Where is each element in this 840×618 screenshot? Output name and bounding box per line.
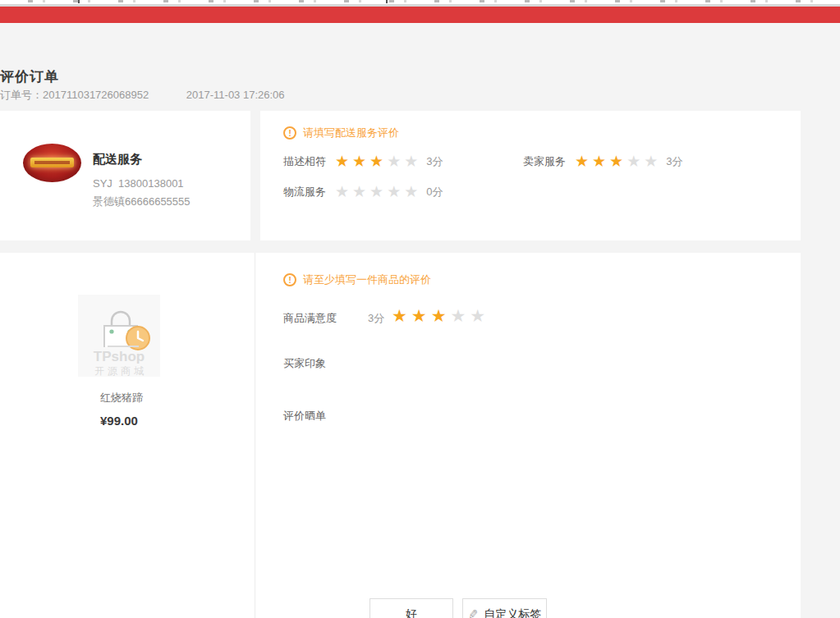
courier-contact: SYJ 13800138001: [93, 177, 184, 190]
courier-address: 景德镇66666655555: [93, 195, 190, 209]
satisfaction-score: 3分: [368, 311, 384, 326]
avatar-decoration: [34, 161, 70, 165]
star-icon[interactable]: ★: [370, 153, 387, 170]
star-icon[interactable]: ★: [575, 153, 592, 170]
bookmark-fragment: [78, 0, 80, 3]
delivery-notice-text: 请填写配送服务评价: [303, 126, 399, 140]
star-icon[interactable]: ★: [411, 306, 431, 325]
rating-row-logistics: 物流服务 ★★★★★ 0分: [283, 184, 443, 199]
warning-icon: !: [283, 273, 296, 286]
delivery-notice: ! 请填写配送服务评价: [283, 126, 399, 140]
star-icon[interactable]: ★: [335, 183, 352, 200]
star-icon[interactable]: ★: [370, 183, 387, 200]
star-icon[interactable]: ★: [352, 183, 370, 200]
star-rating: ★★★★★: [335, 153, 421, 169]
delivery-rating-panel: ! 请填写配送服务评价 描述相符 ★★★★★ 3分 卖家服务 ★★★★★ 3分 …: [260, 111, 801, 240]
star-icon[interactable]: ★: [404, 183, 421, 200]
warning-icon: !: [283, 126, 296, 140]
star-icon[interactable]: ★: [450, 306, 470, 325]
star-icon[interactable]: ★: [392, 306, 411, 325]
star-icon[interactable]: ★: [387, 183, 404, 200]
clock-icon: [124, 324, 152, 352]
star-icon[interactable]: ★: [470, 306, 489, 325]
tag-label: 好: [406, 607, 417, 618]
rating-row-seller: 卖家服务 ★★★★★ 3分: [523, 153, 682, 169]
product-notice-text: 请至少填写一件商品的评价: [303, 272, 431, 287]
rating-score: 0分: [426, 185, 443, 199]
impression-tag-button[interactable]: 好: [370, 598, 453, 618]
star-rating: ★★★★★: [392, 307, 489, 324]
order-number: 订单号：201711031726068952: [0, 89, 149, 101]
order-info-line: 订单号：201711031726068952 2017-11-03 17:26:…: [0, 88, 801, 103]
order-datetime: 2017-11-03 17:26:06: [186, 89, 285, 101]
star-icon[interactable]: ★: [609, 153, 627, 170]
page-title: 评价订单: [0, 67, 801, 86]
star-icon[interactable]: ★: [335, 153, 352, 170]
rating-score: 3分: [426, 154, 443, 169]
star-icon[interactable]: ★: [431, 306, 451, 325]
rating-row-description: 描述相符 ★★★★★ 3分: [283, 153, 443, 169]
review-order-page: 评价订单 订单号：201711031726068952 2017-11-03 1…: [0, 0, 840, 618]
product-price: ¥99.00: [100, 414, 138, 428]
star-icon[interactable]: ★: [592, 153, 609, 170]
placeholder-divider: [108, 346, 139, 347]
product-image-placeholder: TPshop 开源商城: [78, 295, 160, 377]
rating-score: 3分: [666, 154, 682, 169]
review-label: 评价晒单: [283, 409, 326, 423]
custom-tag-button[interactable]: ✎ 自定义标签: [462, 598, 547, 618]
custom-tag-label: 自定义标签: [484, 607, 541, 618]
satisfaction-label: 商品满意度: [283, 311, 337, 326]
bookmark-fragment: [386, 0, 388, 3]
star-icon[interactable]: ★: [627, 153, 644, 170]
star-rating: ★★★★★: [335, 184, 421, 199]
rating-label: 物流服务: [283, 185, 335, 199]
rating-label: 描述相符: [283, 154, 335, 169]
pencil-icon: ✎: [467, 607, 479, 618]
impression-label: 买家印象: [283, 356, 326, 371]
star-icon[interactable]: ★: [644, 153, 661, 170]
star-icon[interactable]: ★: [352, 153, 370, 170]
column-divider: [255, 253, 255, 618]
product-review-panel: TPshop 开源商城 红烧猪蹄 ¥99.00 ! 请至少填写一件商品的评价 商…: [0, 253, 801, 618]
delivery-info-panel: 配送服务 SYJ 13800138001 景德镇66666655555: [0, 111, 250, 240]
site-nav-bar: [0, 7, 840, 23]
rating-label: 卖家服务: [523, 154, 575, 169]
star-rating: ★★★★★: [575, 153, 661, 169]
star-icon[interactable]: ★: [404, 153, 421, 170]
placeholder-brand-text: TPshop: [78, 349, 160, 365]
product-notice: ! 请至少填写一件商品的评价: [283, 272, 431, 287]
delivery-avatar-image: [23, 144, 81, 182]
star-icon[interactable]: ★: [387, 153, 404, 170]
delivery-service-title: 配送服务: [93, 152, 142, 167]
product-name: 红烧猪蹄: [100, 391, 143, 405]
placeholder-sub-text: 开源商城: [78, 364, 160, 378]
